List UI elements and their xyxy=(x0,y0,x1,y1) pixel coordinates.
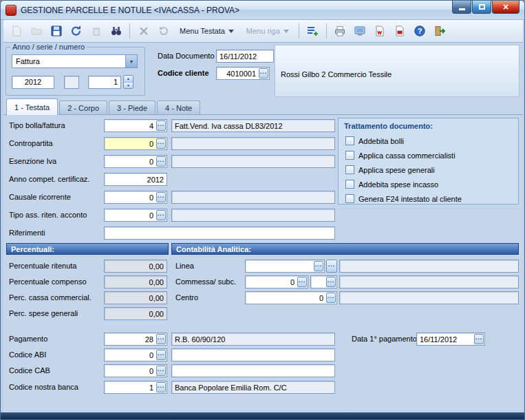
tab-testata[interactable]: 1 - Testata xyxy=(6,98,58,115)
checkbox-addebita-bolli[interactable] xyxy=(345,136,354,145)
esenzione-desc xyxy=(171,155,335,168)
app-icon xyxy=(6,5,17,16)
help-icon[interactable]: ? xyxy=(411,22,429,40)
tab-label: 2 - Corpo xyxy=(67,104,99,112)
group-title: Anno / serie / numero xyxy=(10,43,87,51)
print-preview-icon[interactable] xyxy=(351,22,369,40)
undo-icon[interactable] xyxy=(67,22,85,40)
doc-type-select[interactable]: Fattura xyxy=(12,54,138,68)
codice-cab-label: Codice CAB xyxy=(9,366,50,375)
linea-lookup-button[interactable] xyxy=(314,261,323,271)
tipo-bolla-field[interactable]: 4 xyxy=(104,119,167,132)
anno-field[interactable]: 2012 xyxy=(12,76,54,89)
perc-ritenuta-value: 0,00 xyxy=(105,262,167,271)
subcommessa-lookup-button[interactable] xyxy=(326,277,336,287)
tipo-ass-lookup-button[interactable] xyxy=(156,210,166,220)
exit-icon[interactable] xyxy=(431,22,449,40)
linea-extra-lookup-button[interactable] xyxy=(326,260,337,273)
checkbox-genera-f24[interactable] xyxy=(345,194,354,203)
pagamento-desc: R.B. 60/90/120 xyxy=(171,333,335,346)
search-icon[interactable] xyxy=(107,22,125,40)
menu-testata-button[interactable]: Menu Testata xyxy=(174,24,239,39)
esenzione-label: Esenzione Iva xyxy=(9,157,56,166)
anno-serie-numero-row: 2012 1 xyxy=(12,75,133,89)
data-documento-field[interactable]: 16/11/2012 xyxy=(216,50,274,63)
codice-nostra-banca-lookup-button[interactable] xyxy=(156,382,166,392)
esenzione-lookup-button[interactable] xyxy=(156,156,166,167)
centro-field[interactable]: 0 xyxy=(245,291,337,304)
checkbox-label: Genera F24 intestato al cliente xyxy=(358,195,462,203)
centro-lookup-button[interactable] xyxy=(326,293,336,303)
numero-field[interactable]: 1 xyxy=(88,76,121,89)
codice-cab-field[interactable]: 0 xyxy=(104,364,167,377)
export-word-icon[interactable] xyxy=(371,22,389,40)
serie-field[interactable] xyxy=(64,76,79,89)
tipo-bolla-value: 4 xyxy=(105,122,156,130)
codice-cliente-field[interactable]: 4010001 xyxy=(216,67,270,80)
centro-desc xyxy=(339,291,519,304)
checkbox-applica-spese-generali[interactable] xyxy=(345,165,354,174)
maximize-button[interactable] xyxy=(472,1,491,14)
subcommessa-field[interactable] xyxy=(310,275,337,288)
toolbar: Menu Testata Menu riga ? xyxy=(3,20,523,43)
codice-abi-field[interactable]: 0 xyxy=(104,348,167,361)
codice-cliente-lookup-button[interactable] xyxy=(259,68,268,78)
riferimenti-field[interactable] xyxy=(104,227,335,240)
minimize-button[interactable] xyxy=(452,1,471,14)
contropartita-lookup-button[interactable] xyxy=(156,138,166,149)
linea-field[interactable] xyxy=(245,260,325,273)
anno-compet-label: Anno compet. certificaz. xyxy=(9,175,89,184)
causale-lookup-button[interactable] xyxy=(156,192,166,202)
pagamento-field[interactable]: 28 xyxy=(104,333,167,346)
doc-type-value: Fattura xyxy=(12,57,125,65)
trattamento-title: Trattamento documento: xyxy=(344,122,433,130)
perc-ritenuta-field: 0,00 xyxy=(104,260,167,273)
checkbox-label: Addebita bolli xyxy=(358,137,404,145)
contropartita-field[interactable]: 0 xyxy=(104,137,167,150)
tab-note[interactable]: 4 - Note xyxy=(157,101,200,114)
data-pagamento-field[interactable]: 16/11/2012 xyxy=(416,333,485,346)
codice-abi-value: 0 xyxy=(105,351,156,359)
address-line: Rossi Gilbo 2 Commercio Tessile xyxy=(281,70,513,80)
causale-field[interactable]: 0 xyxy=(104,191,167,204)
tipo-ass-field[interactable]: 0 xyxy=(104,209,167,222)
codice-abi-label: Codice ABI xyxy=(9,350,46,359)
save-icon[interactable] xyxy=(47,22,65,40)
print-icon[interactable] xyxy=(331,22,350,40)
svg-text:?: ? xyxy=(418,27,422,35)
checkbox-addebita-spese-incasso[interactable] xyxy=(345,180,354,189)
perc-compenso-value: 0,00 xyxy=(105,278,167,286)
close-button[interactable] xyxy=(492,1,519,14)
codice-nostra-banca-value: 1 xyxy=(105,384,156,392)
contropartita-value: 0 xyxy=(105,140,156,148)
commessa-lookup-button[interactable] xyxy=(297,277,307,287)
codice-abi-lookup-button[interactable] xyxy=(156,350,166,360)
tab-corpo[interactable]: 2 - Corpo xyxy=(59,101,107,114)
numero-spinner[interactable] xyxy=(123,75,133,89)
tipo-ass-label: Tipo ass. riten. acconto xyxy=(9,211,87,220)
perc-ritenuta-label: Percentuale ritenuta xyxy=(9,262,76,271)
perc-cassa-label: Perc. cassa commercial. xyxy=(9,293,92,302)
checkbox-label: Applica spese generali xyxy=(358,166,435,174)
commessa-field[interactable]: 0 xyxy=(245,275,308,288)
pagamento-lookup-button[interactable] xyxy=(156,334,166,344)
data-pagamento-lookup-button[interactable] xyxy=(474,334,484,344)
export-pdf-icon[interactable] xyxy=(391,22,409,40)
anno-compet-field[interactable]: 2012 xyxy=(104,173,167,186)
data-pagamento-label: Data 1° pagamento xyxy=(352,335,417,344)
data-pagamento-value: 16/11/2012 xyxy=(417,335,474,344)
tipo-bolla-label: Tipo bolla/fattura xyxy=(9,121,65,130)
esenzione-field[interactable]: 0 xyxy=(104,155,167,168)
codice-nostra-banca-field[interactable]: 1 xyxy=(104,381,167,394)
rows-add-icon[interactable] xyxy=(303,22,322,40)
causale-value: 0 xyxy=(105,193,156,202)
app-window: GESTIONE PARCELLE E NOTULE <IVACASSA - P… xyxy=(0,0,525,420)
perc-cassa-field: 0,00 xyxy=(104,291,167,304)
codice-cab-lookup-button[interactable] xyxy=(156,366,166,376)
tab-piede[interactable]: 3 - Piede xyxy=(109,101,156,114)
checkbox-applica-cassa-commercialisti[interactable] xyxy=(345,151,354,160)
tipo-bolla-lookup-button[interactable] xyxy=(156,120,166,131)
chevron-down-icon[interactable] xyxy=(125,55,137,67)
status-bar xyxy=(1,412,524,419)
tab-label: 3 - Piede xyxy=(117,104,147,112)
